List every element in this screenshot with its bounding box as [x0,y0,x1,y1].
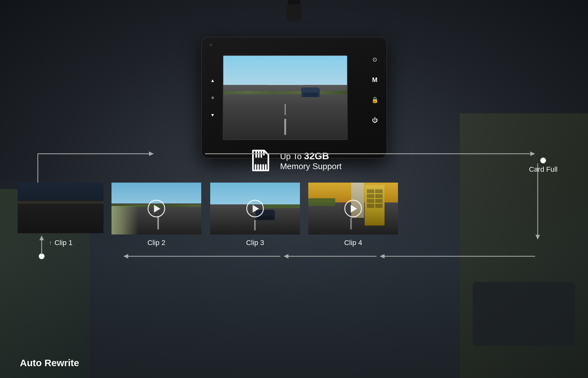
clip-4-thumbnail [308,183,398,234]
card-full-dot [540,158,546,163]
sd-card-container [246,147,274,175]
clip-3-play[interactable] [246,200,264,218]
memory-text-block: Up To 32GB Memory Support [280,151,342,171]
memory-label-bottom: Memory Support [280,161,342,171]
btn-menu[interactable]: ≡ [208,93,218,103]
clip-1-label: Clip 1 [54,239,72,247]
clip-2-thumbnail [112,183,201,234]
clip-3-thumbnail [210,183,300,234]
clip-3-container [210,183,300,234]
dashcam-device: ▲ ≡ ▼ ⊙ M 🔒 ⏻ [201,37,387,159]
card-full-label: Card Full [529,165,558,174]
indicator-light [210,44,212,46]
auto-rewrite-section: Auto Rewrite [20,341,79,368]
clip-3-label: Clip 3 [246,239,264,247]
mode-icon: M [370,75,379,84]
record-icon: ⊙ [370,55,379,64]
device-right-icons: ⊙ M 🔒 ⏻ [370,55,379,125]
clip-2-play[interactable] [148,200,165,218]
auto-rewrite-label: Auto Rewrite [20,357,79,368]
memory-label-top: Up To 32GB [280,151,342,161]
clip-4-play[interactable] [344,200,362,218]
clip-1-container [18,183,104,233]
memory-section: Up To 32GB Memory Support [246,147,342,175]
device-screen [223,55,348,140]
clip-4-label-group: Clip 4 [308,239,398,247]
lock-icon: 🔒 [370,95,379,104]
clip-3-label-group: Clip 3 [210,239,300,247]
card-full-section: Card Full [529,158,558,174]
clip-1-thumbnail [18,183,104,233]
device-section: ▲ ≡ ▼ ⊙ M 🔒 ⏻ [201,3,387,159]
sd-card-icon [246,147,274,175]
clip-4-container [308,183,398,234]
clip-2-label-group: Clip 2 [112,239,201,247]
clip-1-up-arrow: ↑ [49,239,52,247]
clip-1-label-group: ↑ Clip 1 [18,239,104,247]
btn-up[interactable]: ▲ [208,75,218,86]
clip-2-label: Clip 2 [147,239,165,247]
btn-down[interactable]: ▼ [208,110,218,120]
device-left-buttons: ▲ ≡ ▼ [208,75,218,120]
clip-2-container [112,183,201,234]
power-icon: ⏻ [370,116,379,125]
clip-4-label: Clip 4 [344,239,362,247]
